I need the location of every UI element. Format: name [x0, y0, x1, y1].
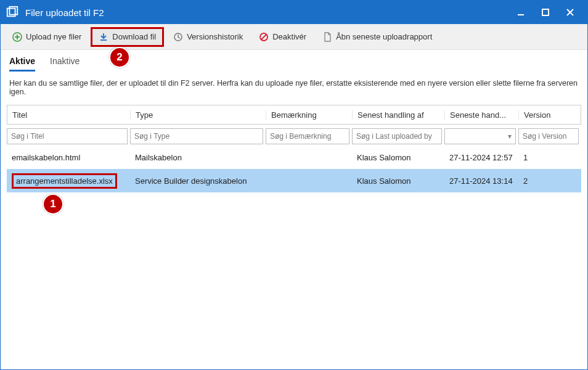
filter-note[interactable] [266, 128, 349, 144]
selected-file-title: arrangementstilladelse.xlsx [12, 173, 117, 189]
col-lastwhen[interactable]: Seneste hand... [445, 110, 519, 120]
open-report-label: Åbn seneste uploadrapport [336, 32, 432, 41]
col-note[interactable]: Bemærkning [266, 110, 353, 120]
svg-line-12 [261, 35, 266, 39]
maximize-button[interactable] [533, 1, 558, 24]
filter-lastwhen-dropdown[interactable]: ▾ [444, 128, 516, 144]
filter-version[interactable] [518, 128, 579, 144]
col-type[interactable]: Type [131, 110, 266, 120]
annotation-badge-1: 1 [43, 194, 63, 215]
clock-icon [173, 32, 183, 42]
cell-version: 2 [518, 176, 581, 186]
document-icon [322, 32, 332, 42]
open-report-button[interactable]: Åbn seneste uploadrapport [316, 27, 439, 47]
column-headers: Titel Type Bemærkning Senest handling af… [7, 105, 581, 125]
plus-icon [12, 32, 22, 42]
annotation-badge-2: 2 [109, 47, 130, 68]
description-text: Her kan du se samtlige filer, der er upl… [1, 72, 587, 105]
col-lastby[interactable]: Senest handling af [353, 110, 445, 120]
app-icon [6, 6, 19, 19]
upload-label: Upload nye filer [26, 32, 81, 41]
deactivate-label: Deaktivér [272, 32, 306, 41]
filter-lastby[interactable] [352, 128, 442, 144]
table-row[interactable]: arrangementstilladelse.xlsx Service Buil… [7, 169, 581, 192]
history-label: Versionshistorik [187, 32, 243, 41]
tab-active[interactable]: Aktive [9, 56, 35, 72]
filter-title[interactable] [7, 128, 128, 144]
download-label: Download fil [112, 32, 156, 41]
toolbar: Upload nye filer Download fil Versionshi… [1, 24, 587, 50]
tab-inactive[interactable]: Inaktive [50, 56, 80, 72]
cell-title: emailskabelon.html [7, 153, 130, 162]
svg-rect-3 [542, 9, 549, 15]
upload-button[interactable]: Upload nye filer [6, 27, 88, 47]
cell-lastby: Klaus Salomon [352, 176, 444, 186]
minimize-button[interactable] [508, 1, 533, 24]
filter-row: ▾ [7, 127, 581, 146]
table-row[interactable]: emailskabelon.html Mailskabelon Klaus Sa… [7, 146, 581, 169]
filter-type[interactable] [130, 128, 263, 144]
prohibit-icon [259, 32, 269, 42]
cell-lastwhen: 27-11-2024 12:57 [444, 153, 518, 162]
chevron-down-icon: ▾ [508, 132, 512, 141]
file-grid: Titel Type Bemærkning Senest handling af… [1, 105, 587, 192]
download-button[interactable]: Download fil [91, 27, 164, 47]
cell-lastwhen: 27-11-2024 13:14 [444, 176, 518, 186]
cell-title: arrangementstilladelse.xlsx [7, 173, 130, 189]
cell-lastby: Klaus Salomon [352, 153, 444, 162]
history-button[interactable]: Versionshistorik [166, 27, 250, 47]
cell-type: Service Builder designskabelon [130, 176, 266, 186]
cell-version: 1 [518, 153, 581, 162]
title-bar: Filer uploadet til F2 [1, 1, 587, 24]
tab-bar: Aktive Inaktive [1, 50, 587, 72]
close-button[interactable] [558, 1, 582, 24]
deactivate-button[interactable]: Deaktivér [252, 27, 313, 47]
window-title: Filer uploadet til F2 [25, 7, 508, 18]
col-title[interactable]: Titel [7, 110, 131, 120]
download-icon [99, 32, 108, 42]
cell-type: Mailskabelon [130, 153, 266, 162]
col-version[interactable]: Version [519, 110, 581, 120]
